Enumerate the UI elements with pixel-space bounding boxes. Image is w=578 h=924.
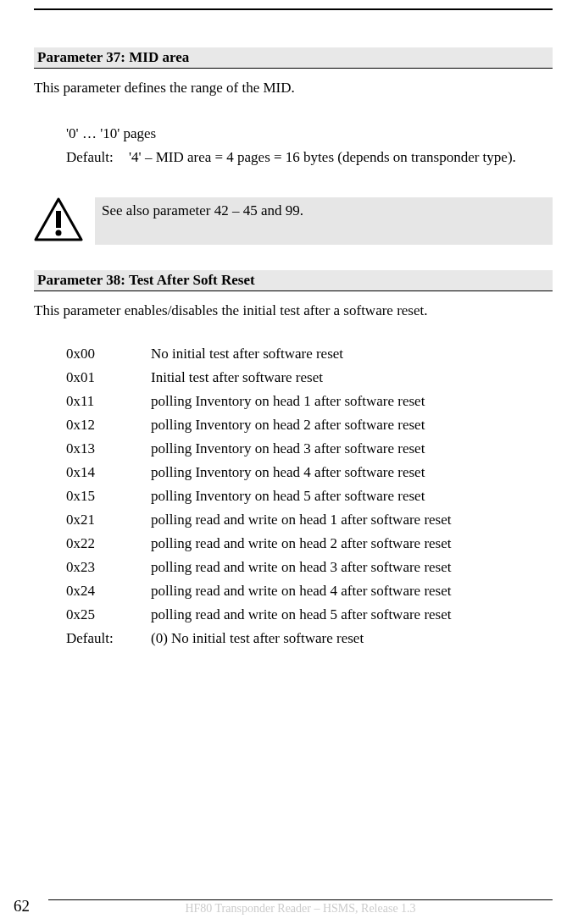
value-desc: polling read and write on head 4 after s… bbox=[151, 583, 553, 600]
param37-default-row: Default: '4' – MID area = 4 pages = 16 b… bbox=[66, 147, 553, 169]
value-desc: polling read and write on head 5 after s… bbox=[151, 606, 553, 623]
top-rule bbox=[34, 8, 553, 10]
svg-rect-1 bbox=[56, 211, 61, 228]
value-row: 0x25polling read and write on head 5 aft… bbox=[66, 606, 553, 623]
value-row: 0x14polling Inventory on head 4 after so… bbox=[66, 464, 553, 481]
value-desc: (0) No initial test after software reset bbox=[151, 630, 553, 647]
value-row: 0x22polling read and write on head 2 aft… bbox=[66, 535, 553, 552]
param37-description: This parameter defines the range of the … bbox=[34, 77, 553, 99]
param37-header: Parameter 37: MID area bbox=[34, 47, 553, 69]
value-row: 0x13polling Inventory on head 3 after so… bbox=[66, 440, 553, 457]
value-code: 0x25 bbox=[66, 606, 151, 623]
param37-default-label: Default: bbox=[66, 147, 129, 169]
value-desc: polling read and write on head 3 after s… bbox=[151, 559, 553, 576]
value-row: 0x01Initial test after software reset bbox=[66, 369, 553, 386]
value-code: 0x00 bbox=[66, 346, 151, 362]
value-code: 0x14 bbox=[66, 464, 151, 481]
value-code: 0x13 bbox=[66, 440, 151, 457]
value-desc: polling Inventory on head 2 after softwa… bbox=[151, 417, 553, 434]
value-desc: Initial test after software reset bbox=[151, 369, 553, 386]
warning-icon bbox=[34, 197, 83, 241]
value-code: 0x15 bbox=[66, 488, 151, 505]
param37-details: '0' … '10' pages Default: '4' – MID area… bbox=[66, 123, 553, 169]
value-desc: polling Inventory on head 5 after softwa… bbox=[151, 488, 553, 505]
param38-description: This parameter enables/disables the init… bbox=[34, 300, 553, 322]
note-box: See also parameter 42 – 45 and 99. bbox=[95, 197, 553, 245]
value-code: 0x21 bbox=[66, 512, 151, 528]
value-row: 0x24polling read and write on head 4 aft… bbox=[66, 583, 553, 600]
value-desc: polling read and write on head 2 after s… bbox=[151, 535, 553, 552]
value-desc: polling read and write on head 1 after s… bbox=[151, 512, 553, 528]
value-code: 0x01 bbox=[66, 369, 151, 386]
value-row: 0x23polling read and write on head 3 aft… bbox=[66, 559, 553, 576]
value-row: 0x21polling read and write on head 1 aft… bbox=[66, 512, 553, 528]
footer-text: HF80 Transponder Reader – HSMS, Release … bbox=[48, 902, 553, 916]
value-code: 0x23 bbox=[66, 559, 151, 576]
value-code: Default: bbox=[66, 630, 151, 647]
value-code: 0x12 bbox=[66, 417, 151, 434]
param37-range: '0' … '10' pages bbox=[66, 123, 553, 145]
value-row: 0x00No initial test after software reset bbox=[66, 346, 553, 362]
svg-point-2 bbox=[56, 230, 62, 236]
value-desc: polling Inventory on head 3 after softwa… bbox=[151, 440, 553, 457]
footer-rule bbox=[48, 899, 553, 900]
value-row: Default:(0) No initial test after softwa… bbox=[66, 630, 553, 647]
footer: 62 HF80 Transponder Reader – HSMS, Relea… bbox=[0, 897, 578, 916]
value-row: 0x15polling Inventory on head 5 after so… bbox=[66, 488, 553, 505]
value-code: 0x24 bbox=[66, 583, 151, 600]
value-code: 0x11 bbox=[66, 393, 151, 410]
value-desc: No initial test after software reset bbox=[151, 346, 553, 362]
value-desc: polling Inventory on head 4 after softwa… bbox=[151, 464, 553, 481]
value-row: 0x11polling Inventory on head 1 after so… bbox=[66, 393, 553, 410]
param38-header: Parameter 38: Test After Soft Reset bbox=[34, 270, 553, 291]
value-code: 0x22 bbox=[66, 535, 151, 552]
value-row: 0x12polling Inventory on head 2 after so… bbox=[66, 417, 553, 434]
param37-default-value: '4' – MID area = 4 pages = 16 bytes (dep… bbox=[129, 147, 553, 169]
note-row: See also parameter 42 – 45 and 99. bbox=[34, 197, 553, 245]
page-number: 62 bbox=[14, 897, 30, 916]
param38-values: 0x00No initial test after software reset… bbox=[66, 346, 553, 647]
value-desc: polling Inventory on head 1 after softwa… bbox=[151, 393, 553, 410]
